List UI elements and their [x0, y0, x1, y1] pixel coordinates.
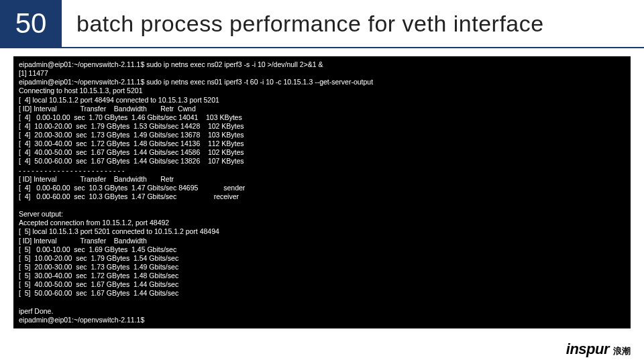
logo-en: inspur: [566, 341, 609, 358]
slide-title: batch process performance for veth inter…: [62, 11, 544, 37]
terminal-output: eipadmin@eip01:~/openvswitch-2.11.1$ sud…: [13, 56, 631, 328]
footer: inspur 浪潮: [566, 341, 631, 358]
slide-number: 50: [0, 0, 62, 48]
slide-header: 50 batch process performance for veth in…: [0, 0, 644, 48]
logo-cn: 浪潮: [613, 345, 631, 357]
